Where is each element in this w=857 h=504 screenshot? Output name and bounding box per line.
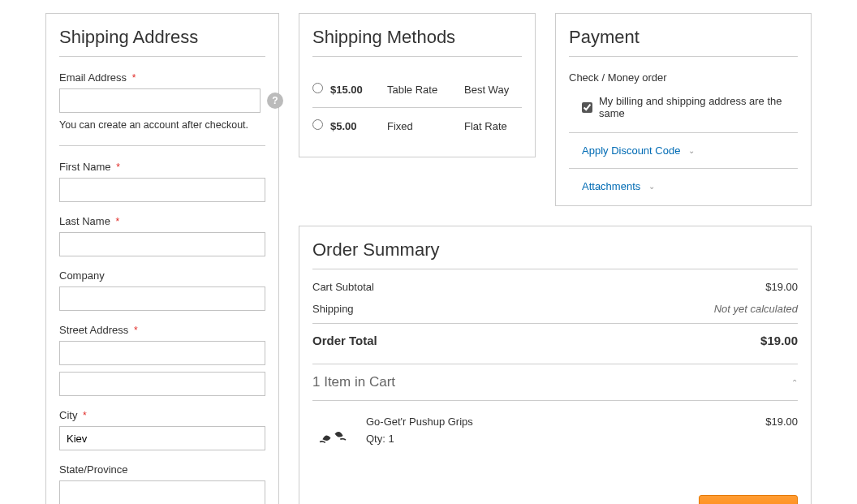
shipping-label: Shipping — [312, 303, 354, 315]
state-input[interactable] — [59, 480, 265, 504]
total-value: $19.00 — [760, 334, 798, 347]
email-label: Email Address * — [59, 71, 265, 84]
state-label: State/Province — [59, 463, 265, 476]
shipping-address-title: Shipping Address — [59, 27, 265, 57]
required-marker: * — [116, 216, 120, 227]
attachments-label: Attachments — [582, 180, 640, 192]
cart-item: Go-Get'r Pushup Grips Qty: 1 $19.00 — [312, 401, 798, 471]
first-name-label-text: First Name — [59, 161, 111, 173]
order-summary-panel: Order Summary Cart Subtotal $19.00 Shipp… — [299, 226, 812, 504]
cart-items-toggle[interactable]: 1 Item in Cart ⌃ — [312, 364, 798, 401]
last-name-label-text: Last Name — [59, 215, 110, 227]
chevron-down-icon: ⌄ — [688, 146, 695, 155]
chevron-down-icon: ⌄ — [648, 182, 655, 191]
city-label-text: City — [59, 409, 77, 421]
shipping-method-row[interactable]: $15.00 Table Rate Best Way — [312, 71, 522, 108]
cart-item-price: $19.00 — [765, 416, 798, 456]
place-order-button[interactable]: Place Order — [699, 495, 798, 504]
attachments-toggle[interactable]: Attachments ⌄ — [569, 168, 798, 192]
payment-panel: Payment Check / Money order My billing a… — [555, 13, 812, 206]
last-name-input[interactable] — [59, 232, 265, 256]
billing-same-label: My billing and shipping address are the … — [599, 95, 798, 119]
shipping-address-panel: Shipping Address Email Address * ? You c… — [45, 13, 279, 504]
discount-label: Apply Discount Code — [582, 144, 680, 157]
email-label-text: Email Address — [59, 71, 127, 84]
cart-items-count: 1 Item in Cart — [312, 374, 395, 390]
shipping-method-price: $5.00 — [330, 120, 387, 132]
section-divider — [59, 145, 265, 146]
subtotal-label: Cart Subtotal — [312, 281, 374, 293]
total-label: Order Total — [312, 334, 377, 347]
cart-item-qty: Qty: 1 — [366, 433, 752, 445]
required-marker: * — [83, 410, 87, 421]
required-marker: * — [132, 72, 136, 84]
first-name-input[interactable] — [59, 178, 265, 202]
shipping-method-carrier: Best Way — [464, 84, 522, 96]
shipping-method-name: Fixed — [387, 120, 464, 132]
order-summary-title: Order Summary — [312, 239, 798, 269]
city-label: City * — [59, 409, 265, 421]
street-input-1[interactable] — [59, 341, 265, 365]
payment-title: Payment — [569, 27, 798, 57]
shipping-method-radio-1[interactable] — [312, 119, 323, 130]
last-name-label: Last Name * — [59, 215, 265, 227]
company-label: Company — [59, 269, 265, 282]
product-icon — [316, 419, 350, 453]
shipping-value: Not yet calculated — [714, 303, 798, 315]
subtotal-value: $19.00 — [765, 281, 798, 293]
shipping-method-radio-0[interactable] — [312, 83, 323, 93]
subtotal-row: Cart Subtotal $19.00 — [312, 276, 798, 298]
required-marker: * — [116, 162, 120, 173]
city-input[interactable] — [59, 426, 265, 450]
chevron-up-icon: ⌃ — [791, 378, 798, 387]
cart-item-name: Go-Get'r Pushup Grips — [366, 416, 752, 428]
first-name-label: First Name * — [59, 161, 265, 173]
shipping-methods-title: Shipping Methods — [312, 27, 522, 57]
payment-method-label: Check / Money order — [569, 71, 798, 84]
tooltip-icon[interactable]: ? — [267, 93, 283, 109]
shipping-method-carrier: Flat Rate — [464, 120, 522, 132]
billing-same-checkbox[interactable] — [582, 102, 592, 113]
required-marker: * — [134, 325, 138, 336]
cart-item-image — [312, 416, 353, 456]
discount-toggle[interactable]: Apply Discount Code ⌄ — [569, 132, 798, 168]
shipping-method-name: Table Rate — [387, 84, 464, 96]
street-input-2[interactable] — [59, 372, 265, 396]
email-hint: You can create an account after checkout… — [59, 119, 265, 131]
shipping-method-price: $15.00 — [330, 84, 387, 96]
street-label-text: Street Address — [59, 324, 128, 336]
email-input[interactable] — [59, 88, 261, 113]
shipping-methods-panel: Shipping Methods $15.00 Table Rate Best … — [299, 13, 536, 157]
total-row: Order Total $19.00 — [312, 324, 798, 357]
company-input[interactable] — [59, 286, 265, 311]
street-label: Street Address * — [59, 324, 265, 336]
shipping-row: Shipping Not yet calculated — [312, 298, 798, 324]
shipping-method-row[interactable]: $5.00 Fixed Flat Rate — [312, 108, 522, 144]
